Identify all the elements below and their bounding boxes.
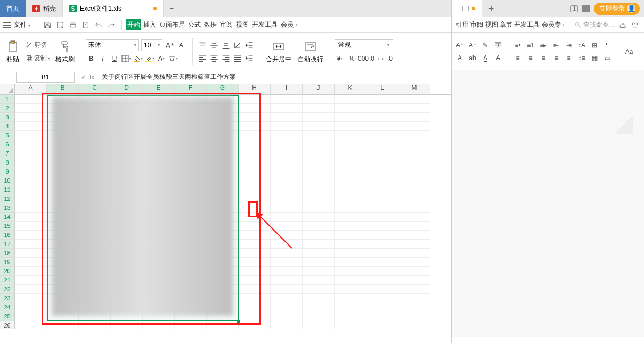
fx-icon[interactable]: fx [89,74,94,81]
align-left-2[interactable]: ≡ [512,52,524,64]
align-bottom-icon[interactable] [221,40,231,51]
row-9[interactable]: 9 [0,167,15,176]
apps-grid-icon-2[interactable] [582,5,590,12]
new-tab-button-2[interactable]: + [482,0,501,17]
undo-icon[interactable] [93,19,104,31]
bold-button[interactable]: B [86,53,96,64]
row-14[interactable]: 14 [0,213,15,222]
wrap-text-icon[interactable] [303,39,318,54]
phonetic-icon[interactable]: 字 [492,39,504,51]
align-justify-2[interactable]: ≡ [550,52,562,64]
cloud-icon-2[interactable] [616,19,628,31]
inc-indent-2[interactable]: ⇥ [563,39,575,51]
highlight-button[interactable]: ▾ [144,53,155,64]
indent-inc-icon[interactable] [244,53,255,63]
clear-fmt-icon-2[interactable]: ✎ [479,39,491,51]
ribbon-tabs-2[interactable]: 引用 审阅 视图 章节 开发工具 会员专 [455,20,562,29]
name-box[interactable]: B1 [16,72,75,83]
borders-icon-2[interactable]: ▭ [601,52,613,64]
print-preview-icon[interactable] [80,19,92,31]
row-24[interactable]: 24 [0,303,15,312]
align-right-icon[interactable] [221,53,231,63]
doc-canvas[interactable] [452,70,644,337]
row-20[interactable]: 20 [0,267,15,276]
align-center-icon[interactable] [209,53,219,63]
orientation-icon[interactable] [232,40,243,51]
col-L[interactable]: L [366,84,398,94]
highlight-2[interactable]: ab [467,52,478,64]
align-justify-icon[interactable] [232,53,243,63]
redo-icon[interactable] [105,19,117,31]
row-22[interactable]: 22 [0,285,15,294]
numbering-icon[interactable]: ≡1 [525,39,536,51]
ribbon-tab-data[interactable]: 数据 [203,20,218,29]
presentation-mode-icon[interactable] [144,6,150,11]
row-12[interactable]: 12 [0,194,15,203]
ribbon-tab-vip[interactable]: 会员 [280,20,295,29]
shading-icon[interactable]: ▦ [589,52,600,64]
print-icon[interactable] [67,19,79,31]
login-button-2[interactable]: 立即登录 👤 [594,3,640,15]
badge-count-2[interactable]: 1 [570,5,578,12]
indent-dec-icon[interactable] [244,40,255,51]
chevron-right-icon[interactable]: › [296,22,297,27]
row-26[interactable]: 26 [0,321,15,329]
align-middle-icon[interactable] [209,40,219,51]
row-11[interactable]: 11 [0,185,15,194]
ribbon-tab-start[interactable]: 开始 [126,19,141,30]
col-I[interactable]: I [271,84,303,94]
bullets-icon[interactable]: ≡• [512,39,524,51]
col-M[interactable]: M [398,84,430,94]
copy-button[interactable]: 复制▾ [25,53,51,64]
fill-color-button[interactable]: ▾ [133,53,143,64]
line-spacing-icon[interactable]: ↕≡ [576,52,588,64]
hamburger-icon[interactable] [3,22,11,28]
ribbon-tab-review[interactable]: 审阅 [219,20,234,29]
align-top-icon[interactable] [197,40,208,51]
row-6[interactable]: 6 [0,140,15,149]
row-25[interactable]: 25 [0,312,15,321]
ribbon-tab-formula[interactable]: 公式 [187,20,202,29]
col-J[interactable]: J [303,84,335,94]
align-dist-2[interactable]: ≡ [563,52,575,64]
grow-font-icon-2[interactable]: A⁺ [454,39,466,51]
save-as-icon[interactable] [54,19,66,31]
paste-icon[interactable] [5,39,20,54]
paste-label[interactable]: 粘贴 [6,55,19,64]
row-5[interactable]: 5 [0,131,15,140]
comma-icon[interactable]: 000 [358,53,369,64]
merge-cells-icon[interactable] [271,39,286,54]
shrink-font-icon[interactable]: A⁻ [177,40,188,51]
multilevel-icon[interactable]: ≡▸ [537,39,549,51]
ribbon-tab-insert[interactable]: 插入 [142,20,157,29]
font-color-2[interactable]: A [454,52,466,64]
ribbon-tab-layout[interactable]: 页面布局 [158,20,186,29]
align-left-icon[interactable] [197,53,208,63]
row-10[interactable]: 10 [0,176,15,185]
font-select[interactable]: 宋体▾ [86,39,139,51]
border-button[interactable]: ▾ [121,53,132,64]
row-13[interactable]: 13 [0,203,15,213]
row-7[interactable]: 7 [0,149,15,158]
col-K[interactable]: K [335,84,366,94]
skin-icon[interactable] [629,19,641,31]
row-21[interactable]: 21 [0,276,15,285]
row-23[interactable]: 23 [0,294,15,303]
border-icon-2[interactable]: A [492,52,504,64]
tab-doc-2[interactable] [452,0,482,17]
fmtpaint-label[interactable]: 格式刷 [55,55,75,64]
menu-search-2[interactable]: 查找命令… [575,20,615,29]
clear-format-button[interactable]: ▾ [168,53,178,64]
inc-decimal-icon[interactable]: .0→ [370,53,380,64]
save-icon[interactable] [42,19,53,31]
ribbon-tab-dev[interactable]: 开发工具 [251,20,279,29]
styles-aa-icon[interactable]: Aa [621,46,637,58]
shrink-font-icon-2[interactable]: A⁻ [467,39,478,51]
presentation-mode-icon[interactable] [462,6,469,11]
tabs-icon[interactable]: ⊞ [589,39,600,51]
wrap-label[interactable]: 自动换行 [298,55,323,64]
align-right-2[interactable]: ≡ [537,52,549,64]
tab-file[interactable]: S Excel文件1.xls [63,0,164,17]
select-all-corner[interactable] [0,84,15,94]
italic-button[interactable]: I [97,53,108,64]
